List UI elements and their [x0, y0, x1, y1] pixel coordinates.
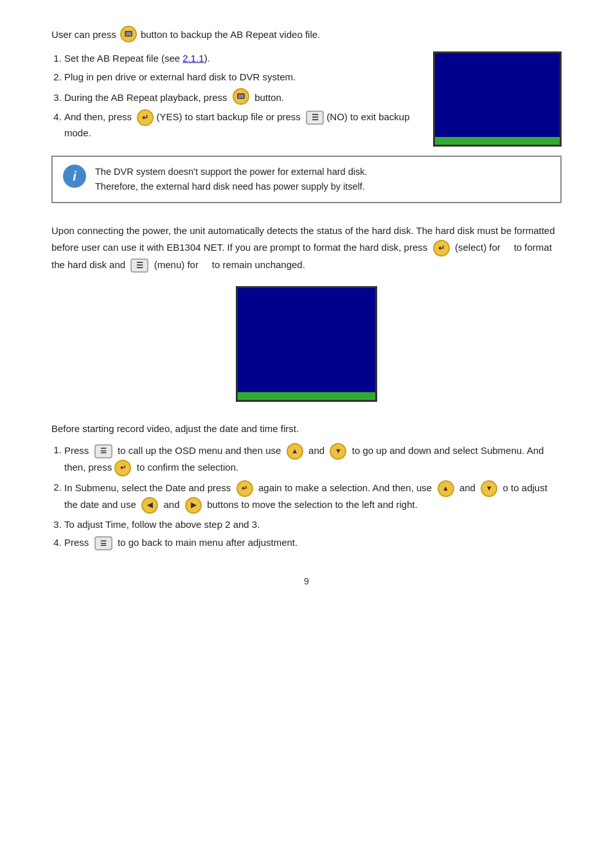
list-item-3: During the AB Repeat playback, press but…	[64, 88, 420, 105]
list-item-1: Set the AB Repeat file (see 2.1.1).	[64, 51, 420, 66]
video-bar-2	[238, 392, 375, 400]
link-211[interactable]: 2.1.1	[182, 53, 204, 64]
section2-title: Before starting record video, adjust the…	[51, 421, 562, 437]
steps-list-1: Set the AB Repeat file (see 2.1.1). Plug…	[51, 51, 420, 147]
info-text: The DVR system doesn't support the power…	[95, 165, 367, 194]
info-line-1: The DVR system doesn't support the power…	[95, 165, 367, 179]
svg-rect-5	[240, 98, 242, 99]
paragraph-hard-disk: Upon connecting the power, the unit auto…	[51, 222, 562, 273]
up-btn-icon-1: ▲	[287, 443, 303, 460]
menu-btn-back: ☰	[94, 536, 112, 550]
enter-btn-icon: ↵	[137, 109, 154, 126]
section-top: Set the AB Repeat file (see 2.1.1). Plug…	[51, 51, 562, 147]
down-btn-icon-2: ▼	[481, 480, 497, 497]
page-content: User can press button to backup the AB R…	[51, 26, 562, 586]
list-item-4: And then, press ↵ (YES) to start backup …	[64, 109, 420, 141]
select-btn-icon-p1: ↵	[433, 240, 450, 257]
left-btn-icon-1: ◀	[141, 497, 158, 514]
step3-text: To adjust Time, follow the above step 2 …	[64, 519, 260, 530]
right-btn-icon-1: ▶	[185, 497, 202, 514]
backup-btn-icon-2	[233, 88, 249, 105]
list-item-2: Plug in pen drive or external hard disk …	[64, 70, 420, 85]
menu-btn-osd: ☰	[94, 444, 112, 458]
backup-button-icon	[120, 26, 137, 42]
info-line-2: Therefore, the external hard disk need h…	[95, 179, 367, 194]
down-btn-icon-1: ▼	[330, 443, 346, 460]
intro-suffix: button to backup the AB Repeat video fil…	[141, 29, 320, 40]
info-icon: i	[63, 165, 86, 188]
up-btn-icon-2: ▲	[438, 480, 454, 497]
video-preview-1	[433, 51, 562, 147]
intro-line: User can press button to backup the AB R…	[51, 26, 562, 42]
svg-rect-2	[127, 35, 130, 37]
list-item-s2-1: Press ☰ to call up the OSD menu and then…	[64, 443, 562, 476]
list-item-s2-4: Press ☰ to go back to main menu after ad…	[64, 536, 562, 550]
video-bar-1	[435, 137, 560, 145]
menu-btn-icon: ☰	[306, 111, 324, 125]
video-preview-2	[236, 286, 377, 402]
list-item-s2-2: In Submenu, select the Date and press ↵ …	[64, 480, 562, 514]
enter-btn-icon-1: ↵	[114, 460, 131, 476]
section2: Before starting record video, adjust the…	[51, 421, 562, 551]
info-box: i The DVR system doesn't support the pow…	[51, 156, 562, 203]
list-item-s2-3: To adjust Time, follow the above step 2 …	[64, 518, 562, 532]
center-image-block	[51, 286, 562, 402]
ordered-list-2: Press ☰ to call up the OSD menu and then…	[64, 443, 562, 551]
intro-prefix: User can press	[51, 29, 116, 40]
page-number: 9	[51, 576, 562, 586]
menu-btn-icon-p1: ☰	[130, 258, 148, 273]
ordered-list-1: Set the AB Repeat file (see 2.1.1). Plug…	[64, 51, 420, 140]
enter-btn-icon-2: ↵	[236, 480, 253, 497]
